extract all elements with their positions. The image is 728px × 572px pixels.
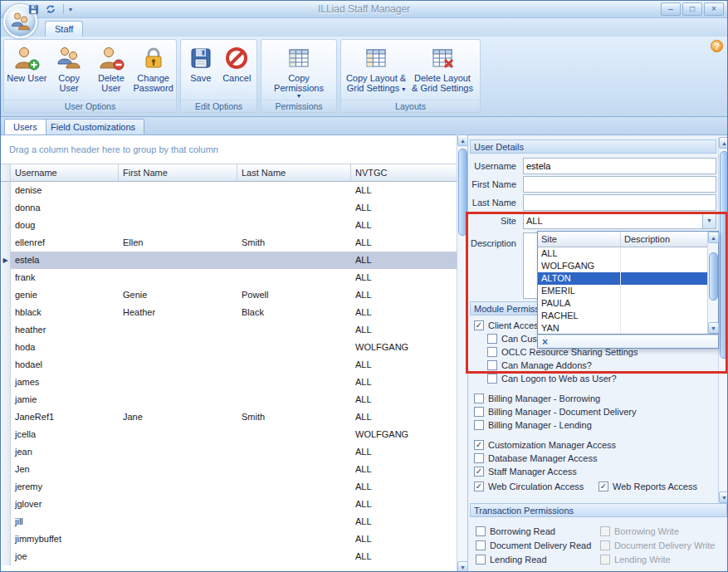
table-row[interactable]: jglover ALL [1,496,457,513]
checkbox[interactable] [487,374,497,384]
copy-user-button[interactable]: Copy User [48,42,90,100]
permission-row[interactable]: Can Logon to Web as User? [487,372,714,384]
table-row[interactable]: jcella WOLFGANG [1,426,457,443]
grid-scrollbar[interactable]: ▲ ▼ [457,134,467,572]
refresh-icon[interactable] [43,2,58,16]
help-icon[interactable]: ? [711,40,723,52]
table-row[interactable]: estela ALL [1,252,457,269]
group-by-bar[interactable]: Drag a column header here to group by th… [1,135,457,164]
checkbox[interactable] [474,407,484,417]
table-row[interactable]: heather ALL [1,321,457,339]
customize-toolbar-chevron-icon[interactable]: ▾ [69,6,72,13]
scrollbar-thumb[interactable] [720,151,728,359]
maximize-button[interactable]: □ [682,2,702,16]
username-field[interactable] [523,158,716,174]
permission-row[interactable]: Billing Manager - Lending [474,418,714,431]
checkbox[interactable] [476,540,486,550]
dropdown-column-description[interactable]: Description [621,232,707,247]
checkbox[interactable] [474,320,484,330]
permission-row[interactable]: Web Circulation Access [474,480,599,492]
table-row[interactable]: frank ALL [1,269,457,286]
table-row[interactable]: joe ALL [1,548,457,565]
checkbox[interactable] [474,482,484,491]
site-combobox[interactable]: ALL ▼ [523,213,716,229]
dropdown-option[interactable]: ALTON [538,272,707,285]
tab-field-customizations[interactable]: Field Customizations [42,119,144,134]
table-row[interactable]: doug ALL [1,217,457,234]
checkbox[interactable] [487,347,497,357]
tab-staff[interactable]: Staff [45,21,83,37]
table-row[interactable]: donna ALL [1,199,457,217]
table-row[interactable]: jeremy ALL [1,478,457,496]
tab-users[interactable]: Users [4,119,46,134]
permission-row[interactable]: Document Delivery Write [600,539,726,552]
cancel-button[interactable]: Cancel [219,42,256,100]
minimize-button[interactable]: – [661,2,681,16]
close-button[interactable]: × [704,2,724,16]
permission-row[interactable]: Can Manage Addons? [487,359,714,371]
dropdown-option[interactable]: YAN [538,322,707,334]
scrollbar-thumb[interactable] [709,252,718,301]
new-user-button[interactable]: New User [6,42,48,100]
save-icon[interactable] [26,2,41,16]
table-row[interactable]: Jen ALL [1,461,457,478]
permission-row[interactable]: Customization Manager Access [474,438,714,451]
permission-row[interactable]: Staff Manager Access [474,465,714,477]
permission-row[interactable]: Billing Manager - Borrowing [474,392,714,404]
table-row[interactable]: james ALL [1,374,457,391]
dropdown-option[interactable]: RACHEL [538,310,707,322]
checkbox[interactable] [600,540,610,550]
first-name-field[interactable] [523,176,716,193]
delete-layout-button[interactable]: Delete Layout & Grid Settings [409,42,476,100]
checkbox[interactable] [474,440,484,450]
table-row[interactable]: genie Genie Powell ALL [1,286,457,304]
permission-row[interactable]: Billing Manager - Document Delivery [474,405,714,418]
table-row[interactable]: jamie ALL [1,391,457,408]
table-row[interactable]: hodael ALL [1,356,457,374]
copy-layout-button[interactable]: Copy Layout & Grid Settings ▾ [343,42,409,100]
table-row[interactable]: denise ALL [1,182,457,199]
dropdown-option[interactable]: ALL [538,247,707,260]
column-header-nvtgc[interactable]: NVTGC [351,164,457,182]
checkbox[interactable] [474,467,484,477]
table-row[interactable]: jean ALL [1,443,457,461]
dropdown-option[interactable]: PAULA [538,297,707,310]
scroll-up-icon[interactable]: ▲ [708,232,719,243]
permission-row[interactable]: Lending Write [600,553,726,566]
save-button[interactable]: Save [183,42,219,100]
permission-row[interactable]: Lending Read [476,553,600,566]
dropdown-option[interactable]: WOLFGANG [538,260,707,272]
column-header-username[interactable]: Username [11,164,119,182]
scroll-down-icon[interactable]: ▼ [708,322,719,334]
permission-row[interactable]: Borrowing Read [476,525,600,538]
delete-user-button[interactable]: Delete User [90,42,133,100]
change-password-button[interactable]: Change Password [132,42,174,100]
table-row[interactable]: jill ALL [1,513,457,530]
checkbox[interactable] [600,555,610,565]
checkbox[interactable] [599,482,608,491]
scrollbar-thumb[interactable] [458,149,467,236]
scroll-down-icon[interactable]: ▼ [719,491,728,503]
permission-row[interactable]: Document Delivery Read [476,539,600,552]
checkbox[interactable] [474,453,484,463]
permission-row[interactable]: Database Manager Access [474,452,714,464]
copy-permissions-button[interactable]: Copy Permissions ▾ [263,42,335,100]
checkbox[interactable] [600,526,610,536]
checkbox[interactable] [474,420,484,430]
clear-selection-icon[interactable]: × [538,336,552,348]
table-row[interactable]: JaneRef1 Jane Smith ALL [1,408,457,426]
permission-row[interactable]: Borrowing Write [600,525,726,538]
checkbox[interactable] [487,360,497,370]
table-row[interactable]: jimmybuffet ALL [1,530,457,548]
checkbox[interactable] [476,526,486,536]
title-bar[interactable]: ▾ ILLiad Staff Manager – □ × [1,1,727,18]
chevron-down-icon[interactable]: ▼ [702,213,716,228]
dropdown-column-site[interactable]: Site [538,232,621,247]
column-header-first-name[interactable]: First Name [119,164,237,182]
table-row[interactable]: ellenref Ellen Smith ALL [1,234,457,252]
scroll-up-icon[interactable]: ▲ [719,137,728,149]
details-scrollbar[interactable]: ▲ ▼ [718,137,728,503]
column-header-last-name[interactable]: Last Name [237,164,351,182]
checkbox[interactable] [474,394,484,403]
dropdown-option[interactable]: EMERIL [538,285,707,297]
